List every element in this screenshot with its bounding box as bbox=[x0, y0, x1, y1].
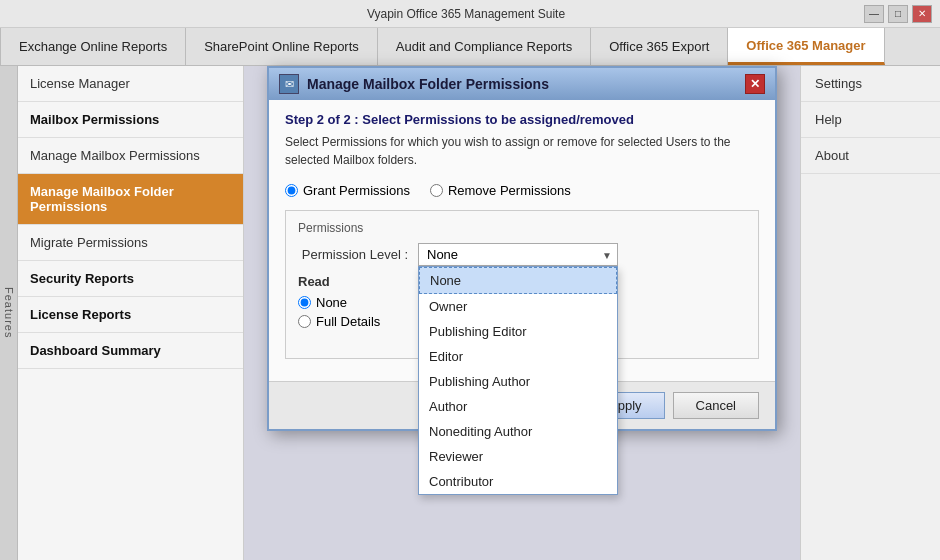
dropdown-item-reviewer[interactable]: Reviewer bbox=[419, 444, 617, 469]
dropdown-item-publishing-editor[interactable]: Publishing Editor bbox=[419, 319, 617, 344]
sidebar-item-license-reports[interactable]: License Reports bbox=[18, 297, 243, 333]
remove-permissions-option[interactable]: Remove Permissions bbox=[430, 183, 571, 198]
grant-radio[interactable] bbox=[285, 184, 298, 197]
modal-close-button[interactable]: ✕ bbox=[745, 74, 765, 94]
dropdown-item-contributor[interactable]: Contributor bbox=[419, 469, 617, 494]
sidebar-item-license-manager[interactable]: License Manager bbox=[18, 66, 243, 102]
sidebar-item-mailbox-permissions[interactable]: Mailbox Permissions bbox=[18, 102, 243, 138]
cancel-button[interactable]: Cancel bbox=[673, 392, 759, 419]
read-none-label: None bbox=[316, 295, 347, 310]
features-tab[interactable]: Features bbox=[0, 66, 18, 560]
grant-remove-row: Grant Permissions Remove Permissions bbox=[285, 183, 759, 198]
sidebar-item-manage-mailbox-folder-permissions[interactable]: Manage Mailbox Folder Permissions bbox=[18, 174, 243, 225]
nav-tab-exchange[interactable]: Exchange Online Reports bbox=[0, 28, 186, 65]
grant-permissions-option[interactable]: Grant Permissions bbox=[285, 183, 410, 198]
dropdown-item-publishing-author[interactable]: Publishing Author bbox=[419, 369, 617, 394]
permission-level-label: Permission Level : bbox=[298, 247, 408, 262]
sidebar-item-dashboard-summary[interactable]: Dashboard Summary bbox=[18, 333, 243, 369]
dropdown-item-owner[interactable]: Owner bbox=[419, 294, 617, 319]
sidebar-item-migrate-permissions[interactable]: Migrate Permissions bbox=[18, 225, 243, 261]
nav-tab-office365export[interactable]: Office 365 Export bbox=[591, 28, 728, 65]
right-bar-help[interactable]: Help bbox=[801, 102, 940, 138]
nav-tab-audit[interactable]: Audit and Compliance Reports bbox=[378, 28, 591, 65]
sidebar: Features License Manager Mailbox Permiss… bbox=[0, 66, 244, 560]
dropdown-item-editor[interactable]: Editor bbox=[419, 344, 617, 369]
read-full-details-radio[interactable] bbox=[298, 315, 311, 328]
remove-permissions-label: Remove Permissions bbox=[448, 183, 571, 198]
read-none-radio[interactable] bbox=[298, 296, 311, 309]
modal-header: ✉ Manage Mailbox Folder Permissions ✕ bbox=[269, 68, 775, 100]
maximize-button[interactable]: □ bbox=[888, 5, 908, 23]
window-controls: — □ ✕ bbox=[864, 5, 932, 23]
content-area: Features License Manager Mailbox Permiss… bbox=[0, 66, 940, 560]
modal-title: Manage Mailbox Folder Permissions bbox=[307, 76, 549, 92]
sidebar-item-security-reports[interactable]: Security Reports bbox=[18, 261, 243, 297]
dropdown-item-none[interactable]: None bbox=[419, 267, 617, 294]
permission-level-row: Permission Level : None Owner Publishing… bbox=[298, 243, 746, 266]
read-full-details-label: Full Details bbox=[316, 314, 380, 329]
main-panel: ✉ Manage Mailbox Folder Permissions ✕ St… bbox=[244, 66, 800, 560]
app-title: Vyapin Office 365 Management Suite bbox=[68, 7, 864, 21]
modal-dialog: ✉ Manage Mailbox Folder Permissions ✕ St… bbox=[267, 66, 777, 431]
nav-tab-office365manager[interactable]: Office 365 Manager bbox=[728, 28, 884, 65]
sidebar-item-manage-mailbox-permissions[interactable]: Manage Mailbox Permissions bbox=[18, 138, 243, 174]
permission-level-dropdown: None Owner Publishing Editor Editor Publ… bbox=[418, 266, 618, 495]
right-bar-settings[interactable]: Settings bbox=[801, 66, 940, 102]
grant-permissions-label: Grant Permissions bbox=[303, 183, 410, 198]
right-bar: Settings Help About bbox=[800, 66, 940, 560]
dropdown-item-author[interactable]: Author bbox=[419, 394, 617, 419]
modal-body: Step 2 of 2 : Select Permissions to be a… bbox=[269, 100, 775, 381]
minimize-button[interactable]: — bbox=[864, 5, 884, 23]
title-bar: Vyapin Office 365 Management Suite — □ ✕ bbox=[0, 0, 940, 28]
nav-tab-sharepoint[interactable]: SharePoint Online Reports bbox=[186, 28, 378, 65]
main-nav: Exchange Online Reports SharePoint Onlin… bbox=[0, 28, 940, 66]
modal-overlay: ✉ Manage Mailbox Folder Permissions ✕ St… bbox=[244, 66, 800, 560]
sidebar-main: License Manager Mailbox Permissions Mana… bbox=[18, 66, 243, 560]
dropdown-item-nonediting-author[interactable]: Nonediting Author bbox=[419, 419, 617, 444]
envelope-icon: ✉ bbox=[285, 78, 294, 91]
right-bar-about[interactable]: About bbox=[801, 138, 940, 174]
step-description: Select Permissions for which you wish to… bbox=[285, 133, 759, 169]
close-button[interactable]: ✕ bbox=[912, 5, 932, 23]
permission-level-select-wrap: None Owner Publishing Editor Editor Publ… bbox=[418, 243, 618, 266]
permissions-section: Permissions Permission Level : None Owne… bbox=[285, 210, 759, 359]
permission-level-select[interactable]: None Owner Publishing Editor Editor Publ… bbox=[418, 243, 618, 266]
modal-icon: ✉ bbox=[279, 74, 299, 94]
remove-radio[interactable] bbox=[430, 184, 443, 197]
permissions-section-label: Permissions bbox=[298, 221, 746, 235]
modal-header-left: ✉ Manage Mailbox Folder Permissions bbox=[279, 74, 549, 94]
step-header: Step 2 of 2 : Select Permissions to be a… bbox=[285, 112, 759, 127]
